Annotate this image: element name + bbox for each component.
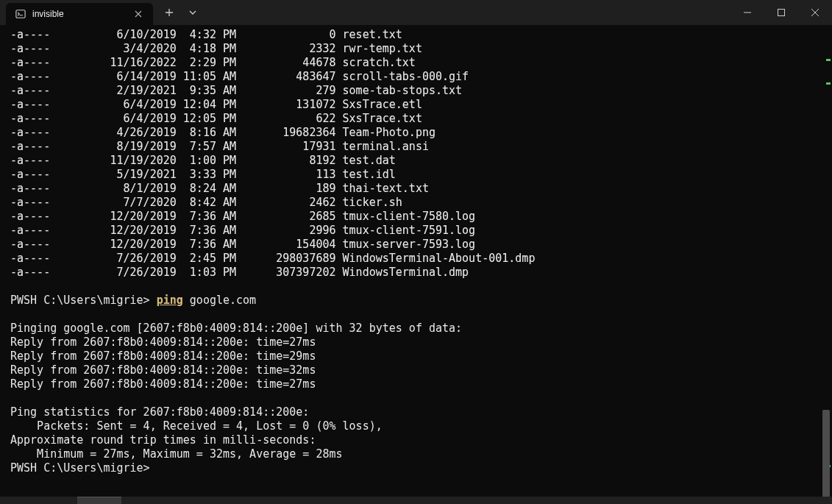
terminal-window: invisible -a---- — [0, 0, 832, 504]
listing-row: -a---- 12/20/2019 7:36 AM 2996 tmux-clie… — [10, 224, 475, 237]
ping-rtt: Minimum = 27ms, Maximum = 32ms, Average … — [10, 447, 343, 461]
listing-row: -a---- 4/26/2019 8:16 AM 19682364 Team-P… — [10, 126, 435, 139]
scroll-mark — [826, 82, 831, 85]
tab-title: invisible — [32, 9, 127, 19]
tab-actions — [153, 0, 205, 25]
taskbar-item[interactable] — [77, 497, 121, 504]
listing-row: -a---- 12/20/2019 7:36 AM 2685 tmux-clie… — [10, 210, 475, 223]
listing-row: -a---- 5/19/2021 3:33 PM 113 test.idl — [10, 168, 396, 181]
listing-row: -a---- 7/26/2019 2:45 PM 298037689 Windo… — [10, 252, 535, 265]
listing-row: -a---- 6/14/2019 11:05 AM 483647 scroll-… — [10, 70, 469, 83]
scroll-mark — [826, 59, 831, 61]
minimize-button[interactable] — [730, 0, 764, 25]
tab-active[interactable]: invisible — [6, 3, 153, 25]
window-controls — [730, 0, 832, 25]
listing-row: -a---- 12/20/2019 7:36 AM 154004 tmux-se… — [10, 238, 475, 251]
tab-close-button[interactable] — [132, 8, 144, 20]
listing-row: -a---- 2/19/2021 9:35 AM 279 some-tab-st… — [10, 84, 462, 97]
listing-row: -a---- 7/7/2020 8:42 AM 2462 ticker.sh — [10, 196, 402, 209]
ping-reply: Reply from 2607:f8b0:4009:814::200e: tim… — [10, 336, 316, 349]
listing-row: -a---- 8/19/2019 7:57 AM 17931 terminal.… — [10, 140, 429, 153]
maximize-button[interactable] — [764, 0, 798, 25]
taskbar — [0, 497, 832, 504]
listing-row: -a---- 6/4/2019 12:05 PM 622 SxsTrace.tx… — [10, 112, 422, 125]
listing-row: -a---- 6/4/2019 12:04 PM 131072 SxsTrace… — [10, 98, 422, 111]
listing-row: -a---- 11/16/2022 2:29 PM 44678 scratch.… — [10, 56, 416, 69]
svg-rect-0 — [16, 10, 25, 18]
ping-reply: Reply from 2607:f8b0:4009:814::200e: tim… — [10, 377, 316, 391]
listing-row: -a---- 6/10/2019 4:32 PM 0 reset.txt — [10, 28, 402, 41]
listing-row: -a---- 7/26/2019 1:03 PM 307397202 Windo… — [10, 266, 469, 279]
svg-rect-1 — [778, 10, 785, 16]
ping-stats-header: Ping statistics for 2607:f8b0:4009:814::… — [10, 405, 309, 419]
listing-row: -a---- 3/4/2020 4:18 PM 2332 rwr-temp.tx… — [10, 42, 422, 55]
close-button[interactable] — [798, 0, 832, 25]
ping-rtt-header: Approximate round trip times in milli-se… — [10, 433, 316, 447]
scrollbar-thumb[interactable] — [822, 410, 830, 504]
prompt-line: PWSH C:\Users\migrie> ping google.com — [10, 294, 256, 307]
ping-header: Pinging google.com [2607:f8b0:4009:814::… — [10, 322, 462, 335]
terminal-output[interactable]: -a---- 6/10/2019 4:32 PM 0 reset.txt -a-… — [0, 25, 832, 504]
ping-reply: Reply from 2607:f8b0:4009:814::200e: tim… — [10, 349, 316, 363]
ping-packets: Packets: Sent = 4, Received = 4, Lost = … — [10, 419, 383, 433]
prompt-line: PWSH C:\Users\migrie> — [10, 461, 150, 475]
terminal-area[interactable]: -a---- 6/10/2019 4:32 PM 0 reset.txt -a-… — [0, 25, 832, 504]
terminal-icon — [15, 8, 26, 20]
new-tab-button[interactable] — [157, 1, 181, 24]
titlebar: invisible — [0, 0, 832, 25]
tab-dropdown-button[interactable] — [181, 1, 205, 24]
listing-row: -a---- 8/1/2019 8:24 AM 189 thai-text.tx… — [10, 182, 429, 195]
command-ping: ping — [157, 294, 183, 307]
listing-row: -a---- 11/19/2020 1:00 PM 8192 test.dat — [10, 154, 396, 167]
scrollbar-track[interactable] — [822, 53, 831, 497]
ping-reply: Reply from 2607:f8b0:4009:814::200e: tim… — [10, 363, 316, 377]
